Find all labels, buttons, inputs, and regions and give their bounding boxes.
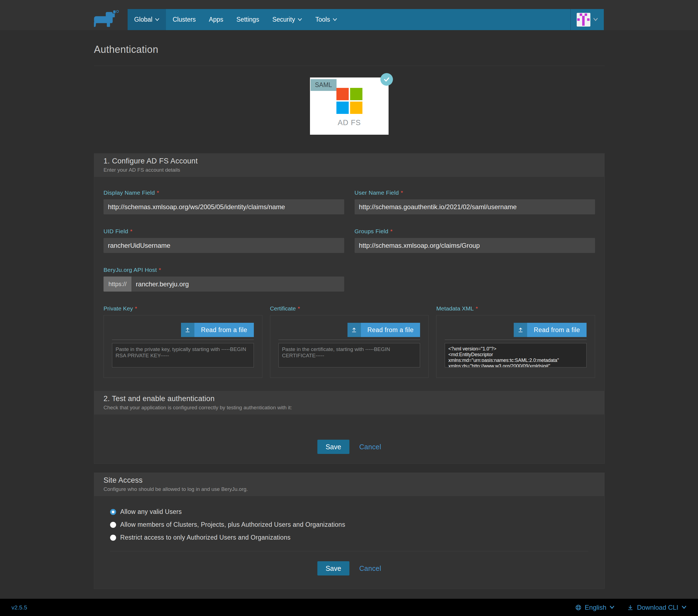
nav-item-label: Security [272,16,295,23]
field-label: Display Name Field* [103,190,344,196]
language-label: English [585,604,606,611]
upload-icon [348,323,361,337]
nav-item-clusters[interactable]: Clusters [166,9,202,30]
nav-item-settings[interactable]: Settings [230,9,266,30]
nav-item-global[interactable]: Global [128,9,166,30]
uid-field-input[interactable] [103,238,344,253]
required-marker: * [135,305,137,311]
download-cli-label: Download CLI [637,604,678,611]
cancel-link[interactable]: Cancel [359,443,381,451]
api-host-input[interactable] [131,277,344,292]
chevron-down-icon [298,18,302,22]
required-marker: * [401,190,403,196]
section-body: Save Cancel [94,415,604,463]
cancel-link[interactable]: Cancel [359,564,381,573]
private-key-group: Private Key* Read from a file [103,305,262,378]
field-label: Certificate* [270,305,429,312]
display-name-field-input[interactable] [103,199,344,214]
field-api-host: BeryJu.org API Host* https:// [103,267,344,292]
certificate-panel: Read from a file [270,315,429,378]
download-icon [627,604,634,611]
rancher-logo[interactable] [94,9,121,28]
radio-label: Restrict access to only Authorized Users… [120,534,291,541]
section-title: Site Access [103,476,595,485]
field-label: Metadata XML* [436,305,595,312]
field-label: User Name Field* [354,190,595,196]
read-certificate-button[interactable]: Read from a file [348,323,420,337]
radio-label: Allow members of Clusters, Projects, plu… [120,521,345,528]
section-subtitle: Check that your application is configure… [103,405,595,411]
nav-item-apps[interactable]: Apps [203,9,230,30]
field-groups: Groups Field* [354,228,595,253]
section-subtitle: Enter your AD FS account details [103,167,595,173]
divider [112,339,254,340]
section-title: 2. Test and enable authentication [103,394,595,403]
site-access-section: Site Access Configure who should be allo… [94,473,605,589]
download-cli-menu[interactable]: Download CLI [627,604,686,611]
read-metadata-button[interactable]: Read from a file [514,323,587,337]
section-header: 2. Test and enable authentication Check … [94,391,604,415]
chevron-down-icon [610,606,614,609]
chevron-down-icon [155,18,159,22]
field-label: BeryJu.org API Host* [103,267,344,273]
nav-item-label: Global [134,16,152,23]
private-key-panel: Read from a file [103,315,262,378]
required-marker: * [390,228,392,234]
avatar [577,13,590,27]
language-selector[interactable]: English [575,604,615,611]
globe-icon [575,604,582,611]
radio-label: Allow any valid Users [120,508,182,516]
section-subtitle: Configure who should be allowed to log i… [103,486,595,492]
user-menu-button[interactable] [570,9,604,30]
required-marker: * [157,190,159,196]
upload-icon [514,323,527,337]
radio-button [110,509,116,515]
metadata-xml-group: Metadata XML* Read from a file <?xml ver… [436,305,595,378]
chevron-down-icon [682,606,686,609]
radio-button [110,522,116,528]
nav-spacer [344,9,570,30]
version-label: v2.5.5 [12,604,27,611]
certificate-textarea[interactable] [279,343,420,367]
nav-item-security[interactable]: Security [266,9,309,30]
radio-restrict-access[interactable]: Restrict access to only Authorized Users… [110,534,588,541]
field-label: UID Field* [103,228,344,235]
save-button[interactable]: Save [317,440,349,454]
required-marker: * [476,305,478,311]
required-marker: * [159,267,161,273]
certificate-group: Certificate* Read from a file [270,305,429,378]
save-button[interactable]: Save [317,561,349,575]
field-label: Groups Field* [354,228,595,235]
page-title: Authentication [94,44,158,55]
section-title: 1. Configure AD FS Account [103,157,595,165]
radio-allow-members[interactable]: Allow members of Clusters, Projects, plu… [110,521,588,528]
upload-icon [181,323,194,337]
divider [110,551,588,551]
required-marker: * [298,305,300,311]
required-marker: * [130,228,132,234]
nav-item-label: Settings [236,16,259,23]
read-button-label: Read from a file [194,323,254,337]
section-body: Display Name Field* User Name Field* UID… [94,177,604,395]
microsoft-logo [336,88,362,114]
provider-card-adfs[interactable]: SAML AD FS [310,78,389,135]
provider-name: AD FS [310,118,389,127]
configure-account-section: 1. Configure AD FS Account Enter your AD… [94,153,605,396]
divider [445,339,587,340]
radio-allow-any-valid-users[interactable]: Allow any valid Users [110,508,588,516]
metadata-xml-textarea[interactable]: <?xml version="1.0"?> <md:EntityDescript… [445,343,587,367]
saml-badge: SAML [310,79,337,91]
footer: v2.5.5 English Download CLI [0,599,698,616]
nav-item-label: Clusters [172,16,196,23]
groups-field-input[interactable] [354,238,595,253]
chevron-down-icon [333,18,337,22]
private-key-textarea[interactable] [112,343,254,367]
nav-item-tools[interactable]: Tools [309,9,344,30]
read-private-key-button[interactable]: Read from a file [181,323,254,337]
section-header: Site Access Configure who should be allo… [94,473,604,496]
user-name-field-input[interactable] [354,199,595,214]
provider-card-area: SAML AD FS [94,78,605,135]
radio-button [110,535,116,541]
test-authentication-section: 2. Test and enable authentication Check … [94,391,605,464]
divider [279,339,420,340]
